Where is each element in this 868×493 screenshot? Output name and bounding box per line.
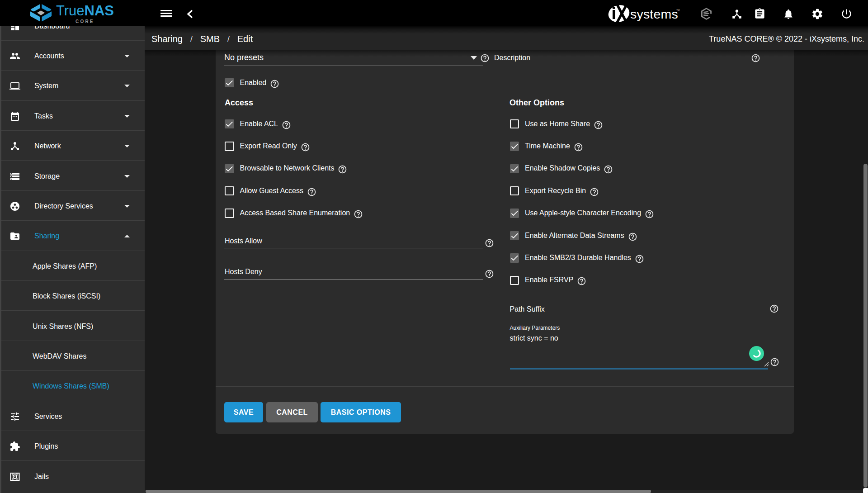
svg-text:systems: systems (630, 7, 678, 21)
svg-text:™: ™ (676, 9, 680, 13)
